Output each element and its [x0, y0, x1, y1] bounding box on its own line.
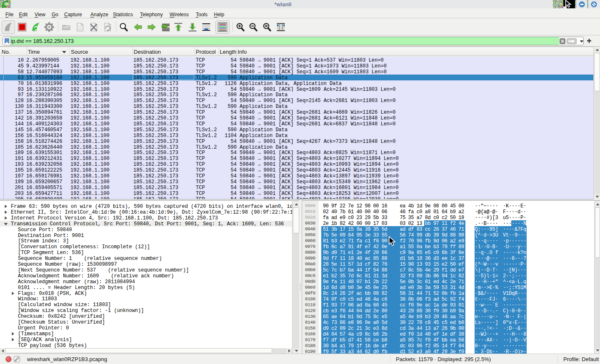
svg-text:0111: 0111 [78, 29, 82, 31]
